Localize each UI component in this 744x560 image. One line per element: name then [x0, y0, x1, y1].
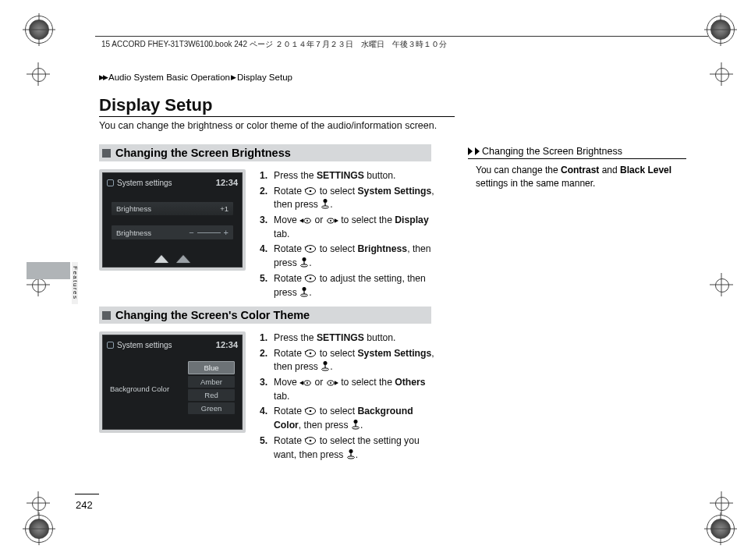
breadcrumb-b: Display Setup: [237, 73, 292, 82]
page-number: 242: [76, 499, 93, 511]
step-2: 2.Rotate to select System Settings, then…: [260, 185, 441, 212]
crosshair-icon: [27, 62, 50, 86]
sidebar-body: You can change the Contrast and Black Le…: [476, 164, 686, 191]
screen-title: System settings: [117, 341, 172, 349]
subheading-text: Changing the Screen's Color Theme: [115, 309, 310, 321]
press-icon: [346, 448, 356, 459]
breadcrumb-sep: ▶: [231, 73, 236, 81]
color-option-green: Green: [188, 402, 235, 414]
breadcrumb: ▶▶ Audio System Basic Operation ▶ Displa…: [99, 73, 292, 82]
regmark-icon: [707, 515, 735, 543]
move-left-icon: [299, 217, 312, 225]
brightness-screenshot: System settings 12:34 Brightness +1 Brig…: [99, 169, 246, 271]
crosshair-icon: [710, 62, 733, 86]
header-book-line: 15 ACCORD FHEY-31T3W6100.book 242 ページ ２０…: [101, 39, 447, 50]
screen-title: System settings: [117, 179, 172, 187]
dial-icon: [304, 274, 317, 283]
color-option-blue: Blue: [188, 361, 235, 374]
screen-row-brightness-slider: Brightness − +: [112, 225, 233, 239]
crosshair-icon: [710, 273, 733, 296]
slider-minus: −: [189, 228, 193, 237]
screen-time: 12:34: [216, 340, 238, 349]
subheading-brightness: Changing the Screen Brightness: [99, 144, 431, 161]
breadcrumb-a: Audio System Basic Operation: [108, 73, 230, 82]
features-tab: Features: [72, 262, 78, 304]
step-5: 5.Rotate to select the setting you want,…: [260, 434, 441, 462]
brightness-steps: 1.Press the SETTINGS button. 2.Rotate to…: [260, 169, 441, 301]
press-icon: [351, 419, 360, 430]
move-right-icon: [326, 379, 338, 387]
screen-time: 12:34: [216, 178, 238, 187]
press-icon: [321, 198, 330, 209]
dial-icon: [304, 244, 317, 253]
square-bullet-icon: [102, 311, 111, 320]
sidebar-heading-text: Changing the Screen Brightness: [482, 146, 622, 157]
dial-icon: [304, 349, 317, 358]
chevron-right-icon: [475, 147, 480, 155]
square-bullet-icon: [102, 149, 111, 158]
step-4: 4.Rotate to select Brightness, then pres…: [260, 243, 441, 270]
screen-row-label: Brightness: [116, 229, 151, 237]
screen-topbar: System settings 12:34: [107, 340, 238, 349]
press-icon: [321, 360, 330, 371]
sidebar-heading: Changing the Screen Brightness: [468, 146, 686, 159]
color-option-red: Red: [188, 389, 235, 401]
screen-topbar: System settings 12:34: [107, 178, 238, 187]
breadcrumb-arrow: ▶▶: [99, 73, 107, 81]
step-4: 4.Rotate to select Background Color, the…: [260, 405, 441, 432]
step-1: 1.Press the SETTINGS button.: [260, 331, 441, 346]
step-5: 5.Rotate to adjust the setting, then pre…: [260, 272, 441, 299]
title-rule: [99, 116, 455, 117]
color-theme-screenshot: System settings 12:34 Background Color B…: [99, 331, 246, 433]
move-right-icon: [326, 217, 338, 225]
chevron-right-icon: [468, 147, 473, 155]
dial-icon: [304, 406, 317, 416]
screen-row-value: +1: [220, 204, 229, 213]
dial-icon: [304, 186, 317, 196]
subheading-color-theme: Changing the Screen's Color Theme: [99, 307, 431, 324]
screen-row-label: Brightness: [116, 204, 151, 213]
sidebar-note: Changing the Screen Brightness You can c…: [468, 146, 686, 191]
screen-slider: − +: [189, 228, 229, 237]
screen-bg-color-label: Background Color: [110, 385, 169, 393]
screen-color-options: Blue Amber Red Green: [188, 361, 235, 414]
screen-row-brightness-value: Brightness +1: [112, 202, 233, 215]
color-theme-steps: 1.Press the SETTINGS button. 2.Rotate to…: [260, 331, 441, 463]
press-icon: [299, 286, 309, 297]
slider-plus: +: [224, 228, 229, 237]
press-icon: [299, 257, 309, 268]
step-3: 3.Move or to select the Others tab.: [260, 376, 441, 403]
margin-tab: [27, 262, 70, 279]
step-2: 2.Rotate to select System Settings, then…: [260, 347, 441, 374]
step-1: 1.Press the SETTINGS button.: [260, 169, 441, 183]
regmark-icon: [25, 515, 53, 543]
dial-icon: [304, 436, 317, 445]
move-left-icon: [299, 379, 312, 387]
screen-triangle-icons: [102, 255, 243, 263]
screen-indicator-icon: [107, 179, 114, 186]
intro-text: You can change the brightness or color t…: [99, 120, 437, 131]
subheading-text: Changing the Screen Brightness: [115, 147, 291, 159]
step-3: 3.Move or to select the Display tab.: [260, 214, 441, 241]
crosshair-icon: [27, 491, 50, 515]
header-rule: [95, 36, 708, 37]
color-option-amber: Amber: [188, 376, 235, 388]
regmark-icon: [707, 16, 735, 44]
regmark-icon: [25, 16, 53, 44]
page-title: Display Setup: [99, 95, 212, 115]
crosshair-icon: [710, 491, 733, 515]
screen-indicator-icon: [107, 342, 114, 349]
